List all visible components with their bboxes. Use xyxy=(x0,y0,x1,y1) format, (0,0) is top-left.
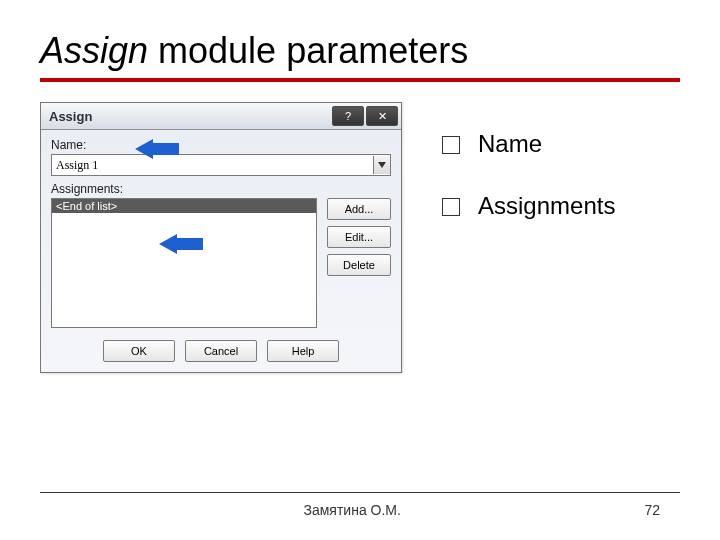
bullet-label: Name xyxy=(478,130,542,158)
window-controls: ? ✕ xyxy=(332,106,398,126)
title-rest: module parameters xyxy=(148,30,468,71)
slide-title: Assign module parameters xyxy=(40,30,680,72)
edit-button[interactable]: Edit... xyxy=(327,226,391,248)
name-dropdown-button[interactable] xyxy=(373,156,390,174)
slide-footer: Замятина О.М. 72 xyxy=(0,502,720,518)
delete-button[interactable]: Delete xyxy=(327,254,391,276)
footer-author: Замятина О.М. xyxy=(60,502,644,518)
callout-arrow-name xyxy=(135,139,179,159)
callout-arrow-assignments xyxy=(159,234,203,254)
ok-button[interactable]: OK xyxy=(103,340,175,362)
title-underline xyxy=(40,78,680,82)
assign-dialog: Assign ? ✕ Name: xyxy=(40,102,402,373)
cancel-button[interactable]: Cancel xyxy=(185,340,257,362)
chevron-down-icon xyxy=(378,162,386,168)
name-input[interactable] xyxy=(52,156,373,174)
bullet-box-icon xyxy=(442,198,460,216)
page-number: 72 xyxy=(644,502,660,518)
help-button[interactable]: Help xyxy=(267,340,339,362)
list-item[interactable]: <End of list> xyxy=(52,199,316,213)
list-item: Assignments xyxy=(442,192,615,220)
help-window-button[interactable]: ? xyxy=(332,106,364,126)
name-combobox[interactable] xyxy=(51,154,391,176)
close-window-button[interactable]: ✕ xyxy=(366,106,398,126)
title-italic: Assign xyxy=(40,30,148,71)
dialog-title: Assign xyxy=(49,109,92,124)
assignments-listbox[interactable]: <End of list> xyxy=(51,198,317,328)
footer-rule xyxy=(40,492,680,493)
bullet-label: Assignments xyxy=(478,192,615,220)
list-item: Name xyxy=(442,130,615,158)
name-label: Name: xyxy=(51,138,391,152)
assignments-label: Assignments: xyxy=(51,182,391,196)
add-button[interactable]: Add... xyxy=(327,198,391,220)
bullet-box-icon xyxy=(442,136,460,154)
bullet-list: Name Assignments xyxy=(442,130,615,373)
dialog-titlebar: Assign ? ✕ xyxy=(41,103,401,130)
